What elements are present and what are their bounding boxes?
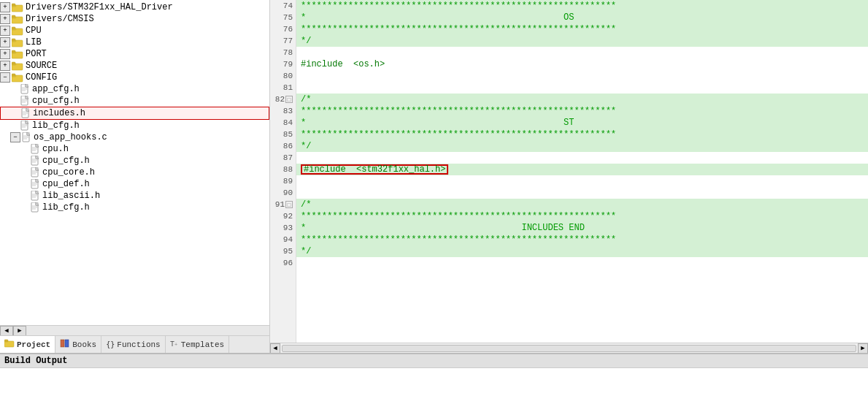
tree-item-label-cpu_def: cpu_def.h bbox=[42, 179, 90, 189]
file-icon-cpu_cfg bbox=[20, 96, 30, 106]
collapse-btn-91[interactable]: □ bbox=[285, 201, 293, 208]
expand-icon-source[interactable]: + bbox=[0, 61, 10, 71]
scroll-left-arrow[interactable]: ◀ bbox=[270, 343, 280, 354]
tree-item-cpu_cfg_c[interactable]: cpu_cfg.h bbox=[0, 155, 269, 167]
line-num-85: 85 bbox=[270, 129, 296, 140]
tree-item-drivers-cmsis[interactable]: + Drivers/CMSIS bbox=[0, 13, 269, 25]
right-panel: 747576777879808182□838485868788899091□92… bbox=[270, 0, 868, 353]
tree-item-label-source: SOURCE bbox=[26, 61, 57, 71]
file-icon-cpu_def bbox=[31, 179, 40, 189]
line-num-77: 77 bbox=[270, 35, 296, 47]
tree-item-label-port: PORT bbox=[26, 49, 47, 59]
tree-item-lib_cfg[interactable]: lib_cfg.h bbox=[0, 120, 269, 131]
svg-rect-20 bbox=[12, 74, 15, 76]
code-line-80 bbox=[296, 70, 868, 82]
line-num-79: 79 bbox=[270, 58, 296, 70]
project-tab-icon bbox=[4, 339, 15, 350]
templates-tab-icon: T+ bbox=[170, 339, 179, 350]
tab-templates[interactable]: T+Templates bbox=[166, 336, 229, 353]
code-line-88: #include <stm32f1xx_hal.h> bbox=[296, 164, 868, 175]
tree-item-label-lib_cfg: lib_cfg.h bbox=[32, 121, 80, 131]
line-num-82: 82□ bbox=[270, 94, 296, 105]
tab-label-project: Project bbox=[17, 340, 50, 349]
tab-label-functions: Functions bbox=[117, 340, 160, 349]
scroll-right-arrow[interactable]: ▶ bbox=[858, 343, 868, 354]
tree-item-lib_ascii[interactable]: lib_ascii.h bbox=[0, 190, 269, 202]
tab-books[interactable]: Books bbox=[55, 336, 101, 353]
tree-item-lib_cfg_c[interactable]: lib_cfg.h bbox=[0, 202, 269, 213]
build-output-panel: Build Output bbox=[0, 353, 868, 393]
expand-icon-drivers-cmsis[interactable]: + bbox=[0, 14, 10, 24]
scroll-right-btn[interactable]: ▶ bbox=[13, 326, 26, 336]
line-num-93: 93 bbox=[270, 222, 296, 234]
code-line-90 bbox=[296, 187, 868, 199]
tree-scroll-controls: ◀ ▶ bbox=[0, 325, 269, 335]
tab-functions[interactable]: {}Functions bbox=[101, 336, 165, 353]
folder-icon-config bbox=[12, 73, 23, 83]
code-line-95: */ bbox=[296, 245, 868, 257]
tab-label-templates: Templates bbox=[181, 340, 224, 349]
file-icon-cpu_core bbox=[31, 167, 40, 178]
line-num-94: 94 bbox=[270, 234, 296, 245]
line-num-81: 81 bbox=[270, 82, 296, 94]
tree-item-label-lib_ascii: lib_ascii.h bbox=[42, 191, 100, 201]
code-content: ****************************************… bbox=[296, 0, 868, 343]
tab-label-books: Books bbox=[72, 340, 96, 349]
tree-item-cpu[interactable]: + CPU bbox=[0, 25, 269, 37]
build-output-title: Build Output bbox=[0, 354, 868, 368]
tree-item-cpu_def[interactable]: cpu_def.h bbox=[0, 178, 269, 190]
file-tree[interactable]: + Drivers/STM32F1xx_HAL_Driver+ Drivers/… bbox=[0, 0, 269, 325]
line-num-92: 92 bbox=[270, 210, 296, 222]
line-num-78: 78 bbox=[270, 47, 296, 58]
tree-item-drivers-stm32[interactable]: + Drivers/STM32F1xx_HAL_Driver bbox=[0, 1, 269, 13]
code-line-96 bbox=[296, 257, 868, 269]
tree-item-cpu_cfg[interactable]: cpu_cfg.h bbox=[0, 95, 269, 107]
expand-icon-cpu[interactable]: + bbox=[0, 26, 10, 36]
tree-item-cpu_c[interactable]: cpu.h bbox=[0, 143, 269, 155]
line-num-87: 87 bbox=[270, 152, 296, 164]
line-num-84: 84 bbox=[270, 117, 296, 129]
svg-rect-2 bbox=[12, 4, 15, 6]
collapse-btn-82[interactable]: □ bbox=[285, 96, 293, 103]
expand-icon-lib[interactable]: + bbox=[0, 37, 10, 47]
tree-item-label-drivers-cmsis: Drivers/CMSIS bbox=[26, 14, 94, 24]
tree-item-port[interactable]: + PORT bbox=[0, 48, 269, 60]
file-icon-lib_cfg_c bbox=[31, 202, 40, 213]
tree-item-source[interactable]: + SOURCE bbox=[0, 60, 269, 72]
line-num-90: 90 bbox=[270, 187, 296, 199]
svg-rect-77 bbox=[4, 340, 8, 342]
line-num-80: 80 bbox=[270, 70, 296, 82]
tree-item-cpu_core[interactable]: cpu_core.h bbox=[0, 167, 269, 178]
tree-item-config[interactable]: − CONFIG bbox=[0, 72, 269, 83]
line-num-96: 96 bbox=[270, 257, 296, 269]
scroll-left-btn[interactable]: ◀ bbox=[0, 326, 13, 336]
tab-bar: ProjectBooks{}FunctionsT+Templates bbox=[0, 335, 269, 353]
code-line-74: ****************************************… bbox=[296, 0, 868, 12]
code-editor[interactable]: 747576777879808182□838485868788899091□92… bbox=[270, 0, 868, 343]
tree-item-app_cfg[interactable]: app_cfg.h bbox=[0, 83, 269, 95]
functions-tab-icon: {} bbox=[106, 340, 115, 348]
left-panel: + Drivers/STM32F1xx_HAL_Driver+ Drivers/… bbox=[0, 0, 270, 353]
scroll-track[interactable] bbox=[282, 345, 856, 352]
file-icon-lib_cfg bbox=[20, 121, 30, 131]
tree-item-label-cpu_cfg_c: cpu_cfg.h bbox=[42, 156, 90, 166]
line-num-91: 91□ bbox=[270, 199, 296, 210]
file-icon-lib_ascii bbox=[31, 191, 40, 201]
main-area: + Drivers/STM32F1xx_HAL_Driver+ Drivers/… bbox=[0, 0, 868, 353]
expand-icon-os_app_hooks[interactable]: − bbox=[10, 132, 20, 142]
tree-item-lib[interactable]: + LIB bbox=[0, 37, 269, 48]
svg-rect-79 bbox=[65, 340, 69, 347]
expand-icon-config[interactable]: − bbox=[0, 72, 10, 83]
tree-item-os_app_hooks[interactable]: − os_app_hooks.c bbox=[0, 131, 269, 143]
expand-icon-port[interactable]: + bbox=[0, 49, 10, 59]
tree-item-label-includes_h: includes.h bbox=[33, 108, 85, 118]
svg-rect-5 bbox=[12, 15, 15, 18]
horizontal-scrollbar[interactable]: ◀ ▶ bbox=[270, 343, 868, 353]
expand-icon-drivers-stm32[interactable]: + bbox=[0, 2, 10, 12]
code-line-85: ****************************************… bbox=[296, 129, 868, 140]
tree-item-includes_h[interactable]: includes.h bbox=[0, 107, 269, 120]
tab-project[interactable]: Project bbox=[0, 336, 55, 353]
code-line-93: * INCLUDES END bbox=[296, 222, 868, 234]
tree-item-label-cpu: CPU bbox=[26, 26, 42, 36]
code-line-77: */ bbox=[296, 35, 868, 47]
